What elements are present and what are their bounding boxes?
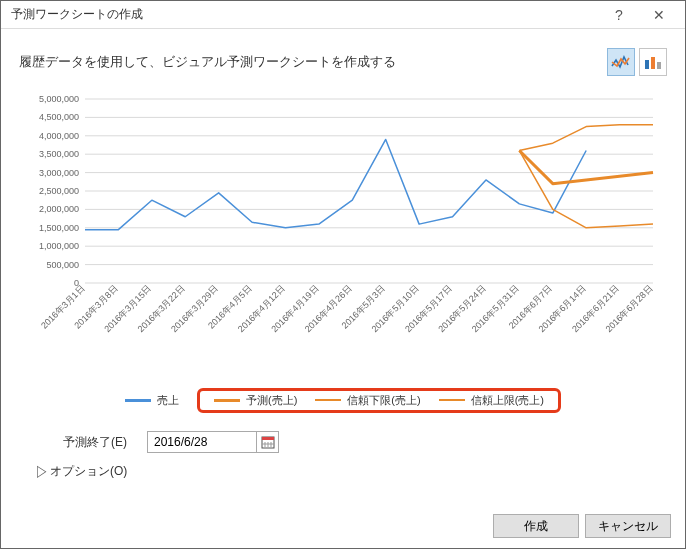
bar-chart-toggle[interactable] (639, 48, 667, 76)
calendar-icon (261, 435, 275, 449)
legend-swatch-upper (439, 399, 465, 401)
svg-text:1,000,000: 1,000,000 (39, 241, 79, 251)
legend-swatch-lower (315, 399, 341, 401)
svg-text:2,500,000: 2,500,000 (39, 186, 79, 196)
svg-text:2,000,000: 2,000,000 (39, 204, 79, 214)
legend-forecast: 予測(売上) (214, 393, 297, 408)
close-button[interactable]: ✕ (639, 1, 679, 29)
legend-swatch-sales (125, 399, 151, 402)
cancel-button[interactable]: キャンセル (585, 514, 671, 538)
svg-text:3,500,000: 3,500,000 (39, 149, 79, 159)
legend-label: 信頼上限(売上) (471, 393, 544, 408)
svg-text:500,000: 500,000 (46, 260, 79, 270)
svg-rect-2 (657, 62, 661, 69)
legend-swatch-forecast (214, 399, 240, 402)
svg-text:3,000,000: 3,000,000 (39, 168, 79, 178)
dialog-footer: 作成 キャンセル (493, 514, 671, 538)
svg-rect-1 (651, 57, 655, 69)
svg-text:4,500,000: 4,500,000 (39, 112, 79, 122)
legend-label: 信頼下限(売上) (347, 393, 420, 408)
chevron-right-icon: ▷ (37, 462, 46, 480)
line-chart-icon (611, 54, 631, 70)
legend-lower: 信頼下限(売上) (315, 393, 420, 408)
options-label: オプション(O) (50, 464, 127, 478)
dialog-title: 予測ワークシートの作成 (11, 6, 599, 23)
line-chart-toggle[interactable] (607, 48, 635, 76)
options-expander[interactable]: ▷オプション(O) (37, 463, 667, 480)
forecast-end-label: 予測終了(E) (63, 434, 127, 451)
help-button[interactable]: ? (599, 1, 639, 29)
titlebar: 予測ワークシートの作成 ? ✕ (1, 1, 685, 29)
forecast-end-input[interactable] (147, 431, 257, 453)
svg-rect-44 (262, 437, 274, 440)
svg-text:5,000,000: 5,000,000 (39, 94, 79, 104)
legend-sales: 売上 (125, 393, 179, 408)
chart-type-toggles (607, 48, 667, 76)
subtitle-row: 履歴データを使用して、ビジュアル予測ワークシートを作成する (19, 39, 667, 85)
legend-highlight-box: 予測(売上) 信頼下限(売上) 信頼上限(売上) (197, 388, 561, 413)
svg-text:4,000,000: 4,000,000 (39, 131, 79, 141)
ok-button[interactable]: 作成 (493, 514, 579, 538)
forecast-chart: 0500,0001,000,0001,500,0002,000,0002,500… (19, 85, 667, 385)
legend-label: 予測(売上) (246, 393, 297, 408)
forecast-end-row: 予測終了(E) (63, 431, 667, 453)
chart-legend: 売上 予測(売上) 信頼下限(売上) 信頼上限(売上) (19, 385, 667, 415)
legend-label: 売上 (157, 393, 179, 408)
subtitle-text: 履歴データを使用して、ビジュアル予測ワークシートを作成する (19, 53, 607, 71)
forecast-dialog: 予測ワークシートの作成 ? ✕ 履歴データを使用して、ビジュアル予測ワークシート… (0, 0, 686, 549)
calendar-button[interactable] (257, 431, 279, 453)
bar-chart-icon (643, 54, 663, 70)
legend-upper: 信頼上限(売上) (439, 393, 544, 408)
svg-rect-0 (645, 60, 649, 69)
svg-text:1,500,000: 1,500,000 (39, 223, 79, 233)
